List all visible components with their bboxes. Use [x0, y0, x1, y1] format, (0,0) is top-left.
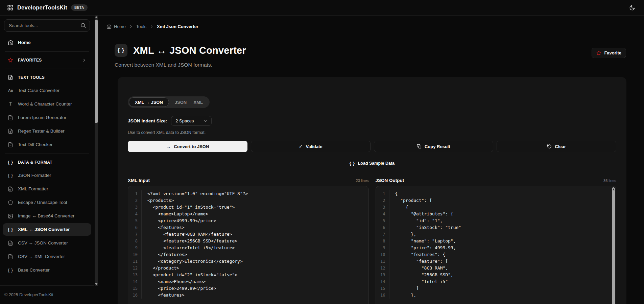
sidebar-item-base-converter[interactable]: { } Base Converter	[3, 264, 91, 276]
sidebar-scrollbar[interactable]	[95, 16, 98, 286]
breadcrumb-current: Xml Json Converter	[157, 24, 198, 29]
search-input[interactable]	[4, 19, 90, 32]
braces-icon: { }	[350, 161, 355, 165]
sidebar-item-text-diff-checker[interactable]: Text Diff Checker	[3, 138, 91, 151]
code-line: 4 <name>Laptop</name>	[128, 211, 368, 217]
validate-button[interactable]: ✓ Validate	[251, 141, 371, 152]
code-line: 11 <category>Electronics</category>	[128, 258, 368, 265]
tab-json-to-xml[interactable]: JSON → XML	[169, 97, 209, 107]
sidebar-item-xml-formatter[interactable]: XML Formatter	[3, 183, 91, 195]
tab-xml-to-json[interactable]: XML → JSON	[129, 97, 169, 107]
sidebar-item-label: CSV ↔ XML Converter	[18, 254, 65, 259]
theme-toggle-button[interactable]	[627, 3, 637, 13]
chevron-down-icon	[203, 119, 208, 123]
sidebar-item-word-character-counter[interactable]: T Word & Character Counter	[3, 98, 91, 110]
code-line: 9 "price": 4999.99,	[376, 244, 616, 251]
code-line: 16 },	[376, 292, 616, 299]
copyright-text: © 2025 DeveloperToolsKit	[4, 293, 53, 297]
section-label: TEXT TOOLS	[18, 75, 45, 80]
type-icon: T	[7, 102, 14, 107]
code-line: 6 <features>	[128, 224, 368, 231]
sidebar-item-json-formatter[interactable]: { } JSON Formatter	[3, 169, 91, 182]
divider	[5, 51, 89, 52]
indent-size-select[interactable]: 2 Spaces	[171, 116, 212, 126]
breadcrumb-home[interactable]: Home	[106, 24, 126, 29]
brand-title: DeveloperToolsKit	[17, 4, 67, 11]
button-label: Clear	[555, 144, 566, 149]
json-output-scrollbar[interactable]	[612, 187, 615, 304]
button-label: Copy Result	[425, 144, 450, 149]
sidebar-item-regex-tester-builder[interactable]: Regex Tester & Builder	[3, 125, 91, 137]
sidebar-item-home[interactable]: Home	[3, 36, 91, 49]
sidebar-item-xml-json-converter[interactable]: { } XML ↔ JSON Converter	[3, 223, 91, 236]
json-line-count: 36 lines	[603, 179, 616, 183]
load-sample-data-button[interactable]: { } Load Sample Data	[350, 161, 395, 166]
favorite-label: Favorite	[604, 50, 621, 55]
sidebar-item-image-base64-converter[interactable]: Image ↔ Base64 Converter	[3, 210, 91, 222]
code-line: 12 "8GB RAM",	[376, 265, 616, 272]
indent-size-label: JSON Indent Size:	[128, 118, 167, 123]
sidebar-item-label: JSON Formatter	[18, 173, 51, 178]
xml-input-editor[interactable]: 1<?xml version="1.0" encoding="UTF-8"?>2…	[128, 186, 369, 304]
breadcrumb-tools[interactable]: Tools	[136, 24, 146, 29]
sidebar-item-label: CSV ↔ JSON Converter	[18, 240, 68, 245]
sidebar-favorites-header[interactable]: FAVORITES	[3, 54, 91, 66]
convert-button[interactable]: → Convert to JSON	[128, 141, 247, 152]
scrollbar-thumb[interactable]	[612, 187, 615, 304]
favorite-button[interactable]: Favorite	[592, 48, 626, 58]
code-line: 7 },	[376, 231, 616, 238]
main-content: Home Tools Xml Json Converter Favorite {…	[98, 16, 644, 304]
file-text-icon	[7, 115, 14, 120]
xml-input-title: XML Input	[128, 178, 150, 183]
arrow-right-icon: →	[166, 144, 171, 149]
tab-label: JSON → XML	[175, 100, 203, 105]
sidebar-item-label: Text Case Converter	[18, 88, 59, 93]
search-icon	[80, 22, 86, 28]
code-line: 14 "Intel i5"	[376, 278, 616, 285]
code-line: 4 "@attributes": {	[376, 211, 616, 217]
sidebar-item-csv-xml-converter[interactable]: CSV ↔ XML Converter	[3, 250, 91, 263]
braces-icon: { }	[7, 228, 14, 232]
app-root: DeveloperToolsKit BETA Home	[0, 0, 644, 304]
copy-icon	[417, 144, 422, 149]
page-subtitle: Convert between XML and JSON formats.	[115, 62, 644, 68]
sidebar-nav: Home FAVORITES TEXT TOOLS Aa	[0, 34, 94, 276]
scroll-up-arrow-icon[interactable]	[613, 188, 615, 190]
sidebar-item-label: Regex Tester & Builder	[18, 128, 65, 134]
helper-text: Use to convert XML data to JSON format.	[128, 130, 616, 135]
xml-line-count: 23 lines	[356, 179, 369, 183]
brand[interactable]: DeveloperToolsKit BETA	[0, 4, 88, 11]
image-icon	[7, 213, 14, 219]
code-line: 15 ]	[376, 285, 616, 292]
json-output-title: JSON Output	[376, 178, 404, 183]
breadcrumb-label: Xml Json Converter	[157, 24, 198, 29]
code-line: 6 "inStock": "true"	[376, 224, 616, 231]
sidebar-item-escape-unescape-tool[interactable]: Escape / Unescape Tool	[3, 196, 91, 209]
star-icon	[596, 50, 601, 55]
scroll-down-arrow-icon[interactable]	[95, 283, 98, 285]
scroll-up-arrow-icon[interactable]	[95, 16, 98, 18]
code-line: 5 "id": "1",	[376, 217, 616, 224]
code-line: 3 {	[376, 204, 616, 211]
sidebar-item-text-case-converter[interactable]: Aa Text Case Converter	[3, 84, 91, 97]
clear-button[interactable]: Clear	[497, 141, 616, 152]
sidebar-item-label: Image ↔ Base64 Converter	[18, 213, 74, 218]
moon-icon	[629, 5, 635, 11]
code-line: 11 "feature": [	[376, 258, 616, 265]
apps-grid-icon	[7, 4, 14, 11]
braces-icon: { }	[7, 173, 14, 178]
code-line: 12 </product>	[128, 265, 368, 272]
scrollbar-thumb[interactable]	[95, 20, 98, 123]
sidebar-item-csv-json-converter[interactable]: CSV ↔ JSON Converter	[3, 237, 91, 249]
sidebar-section-data-format: { } DATA & FORMAT	[3, 157, 91, 168]
favorites-label: FAVORITES	[18, 58, 42, 63]
page-title: XML ↔ JSON Converter	[133, 45, 246, 56]
copy-result-button[interactable]: Copy Result	[374, 141, 494, 152]
json-output-viewer: 1{2 "product": [3 {4 "@attributes": {5 "…	[376, 186, 617, 304]
sidebar-item-label: Base Converter	[18, 267, 50, 273]
code-line: 14 <name>Phone</name>	[128, 278, 368, 285]
code-line: 5 <price>4999.99</price>	[128, 217, 368, 224]
sidebar-item-lorem-ipsum-generator[interactable]: Lorem Ipsum Generator	[3, 111, 91, 124]
file-text-icon	[7, 75, 14, 80]
json-output-panel: JSON Output 36 lines 1{2 "product": [3 {…	[376, 178, 617, 304]
